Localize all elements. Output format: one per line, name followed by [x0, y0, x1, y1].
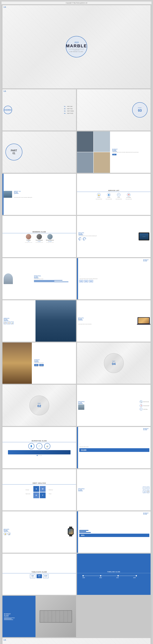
timeline-labels: 2008 2010 2013 2016 — [82, 577, 136, 578]
couch-image — [8, 450, 71, 454]
svg-text:60%: 60% — [79, 239, 81, 240]
market-26-content: MARKET SLIDE — [4, 613, 15, 620]
market-19-title: MARKET SLIDE — [143, 428, 149, 430]
watch-face — [68, 529, 73, 534]
part03-label: PART — [138, 107, 142, 108]
market-14-heading: MARKET — [34, 359, 75, 360]
service-label-4: 24 H Support — [126, 197, 131, 198]
price-1-amount: $25 — [32, 575, 34, 576]
part04-num: 04 — [112, 362, 115, 366]
about-body: Lorem ipsum dolor sit amet consectetur a… — [14, 197, 75, 198]
mocups-13-body: Lorem ipsum dolor sit amet consectetur — [78, 324, 109, 324]
copyright-header: Copyright © http://www.pptstore.net — [2, 2, 151, 4]
slide-2-agenda: LS. AGENDA 01. PART ONE 02. PART TWO 03.… — [3, 89, 76, 131]
personal-sub: SLIDE — [34, 276, 75, 278]
mocups-13-heading: MOCUPS — [78, 317, 109, 318]
pct-bar-box: 90% — [79, 534, 149, 537]
market-5-body: Lorem ipsum dolor sit amet consectetur a… — [112, 152, 149, 153]
member-name-3: Richard Robinson — [46, 240, 54, 240]
year-3: 2013 — [116, 577, 119, 578]
title-subtitle: BUSINESS PRESENTATION TEMPLATE — [66, 49, 87, 50]
agenda-num-4: 04. — [64, 113, 67, 114]
agenda-item-2: 02. PART TWO — [64, 108, 74, 110]
member-desc-3: Lorem ipsum dolor sit amet — [46, 242, 54, 243]
support-icon: ⏰ — [127, 193, 130, 196]
timeline-dot-3 — [117, 575, 119, 576]
progress-17-sub: SLIDE — [78, 402, 85, 403]
slide-13-mocups2: MOCUPS SLIDE " Lorem ipsum dolor sit ame… — [77, 300, 150, 342]
member-role-3: Developer — [48, 241, 52, 242]
agenda-text-4: PART FOUR — [67, 113, 73, 114]
watch-band-bottom — [69, 535, 72, 536]
service-icon-3: 🛡 Privacy Lorem ipsum dolor — [115, 193, 122, 200]
laptop-base — [137, 324, 150, 325]
usability-icon: 👤 — [107, 193, 110, 196]
laptop-screen-inner — [138, 318, 149, 324]
market-11-body: Lorem ipsum dolor sit amet consectetur a… — [79, 278, 149, 279]
mocups-9-heading: MOCUPS — [78, 232, 97, 234]
progress-circles: 60% 75% — [78, 237, 97, 241]
slide-5-market: MARKET SLIDE Lorem ipsum dolor sit amet … — [77, 132, 150, 173]
market-11-content: " Lorem ipsum dolor sit amet consectetur… — [79, 275, 149, 282]
market-11-h: MARKET — [143, 259, 149, 260]
member-cards: Tim Baker CEO Lorem ipsum dolor sit amet… — [24, 234, 54, 243]
member-desc-2: Lorem ipsum dolor sit amet — [35, 242, 44, 243]
part02-circle: PART 02 — [29, 396, 49, 415]
pct-1: 15% — [79, 280, 83, 282]
slides-grid: LS. 2019 MARBLE BUSINESS PRESENTATION TE… — [2, 4, 151, 644]
keyboard-keys — [40, 610, 72, 623]
price-cards: $25 Starter $75 Basic $150 Premium — [30, 574, 49, 578]
about-photo — [4, 191, 12, 198]
ls-logo-27: LS. — [4, 639, 6, 641]
service-12-content: SERVICE SLIDE 💬 📋 📊 — [4, 318, 35, 324]
bar-fill-2 — [79, 531, 86, 532]
stat-1-box: 305K — [34, 364, 38, 366]
privacy-icon: 🛡 — [117, 193, 120, 196]
key — [52, 611, 56, 622]
member-photo-2 — [37, 234, 42, 239]
agenda-circle: AGENDA — [4, 106, 12, 114]
stat-2: 360M Current data — [39, 364, 44, 367]
agenda-label: AGENDA — [4, 109, 12, 111]
stat-2-label: Current data — [39, 366, 44, 367]
big-number: 15,026 — [79, 448, 149, 452]
watch-band-top — [69, 526, 72, 528]
part01-circle: PART 01 — [6, 144, 22, 160]
mocups-13-sub: SLIDE — [78, 318, 109, 320]
service-desc-1: Lorem ipsum dolor — [95, 198, 102, 200]
blue-bar-19 — [77, 427, 78, 468]
mkt-circle-2: 📄 — [36, 443, 42, 449]
mkt-icon-2: 📄 — [38, 445, 40, 447]
personal-bars — [34, 280, 75, 282]
agenda-num-3: 03. — [64, 110, 67, 112]
about-quote: " — [14, 194, 75, 197]
agenda-text-3: PART THREE — [67, 110, 74, 112]
members-heading: MEMBERS SLIDE — [3, 230, 76, 233]
svc-icon-3: 📊 — [11, 322, 14, 324]
mkt-circle-1: 👤 — [28, 443, 34, 449]
part04-label: PART — [112, 360, 115, 362]
question-row: ❓ Amazing Question — [140, 404, 149, 407]
agenda-item-1: 01. PART ONE — [64, 106, 74, 107]
service-icon-1: 🔒 Security Lorem ipsum dolor — [95, 193, 102, 200]
title-tagline: LIMITEDGE SLIDE. — [69, 51, 84, 52]
market-23-content: " 90% — [79, 527, 149, 537]
blue-bar-11 — [77, 258, 78, 300]
search-row: 🔍 Detail Information — [140, 400, 149, 403]
agenda-left: AGENDA — [4, 106, 12, 114]
dot-1 — [38, 455, 39, 456]
timeline-line — [82, 576, 136, 576]
slide-16-part02: PART 02 — [3, 385, 76, 426]
member-card-3: Richard Robinson Developer Lorem ipsum d… — [46, 234, 54, 243]
mocups-22-icons: 🔒 ☁ — [4, 532, 35, 535]
quote-23: " — [79, 527, 149, 530]
bar-row-3 — [79, 532, 149, 533]
key — [40, 611, 44, 622]
price-3-plan: Premium — [44, 576, 47, 578]
slide-4-part01: PART 01 — [3, 132, 76, 173]
title-main: MARBLE — [66, 44, 87, 48]
slide-22-mocups3: MOCUPS SLIDE 🔒 ☁ — [3, 511, 76, 553]
market-5-button[interactable]: MORE — [112, 154, 116, 156]
market-14-content: MARKET SLIDE Lorem ipsum dolor sit amet … — [34, 359, 75, 367]
market-14-sub: SLIDE — [34, 360, 75, 362]
